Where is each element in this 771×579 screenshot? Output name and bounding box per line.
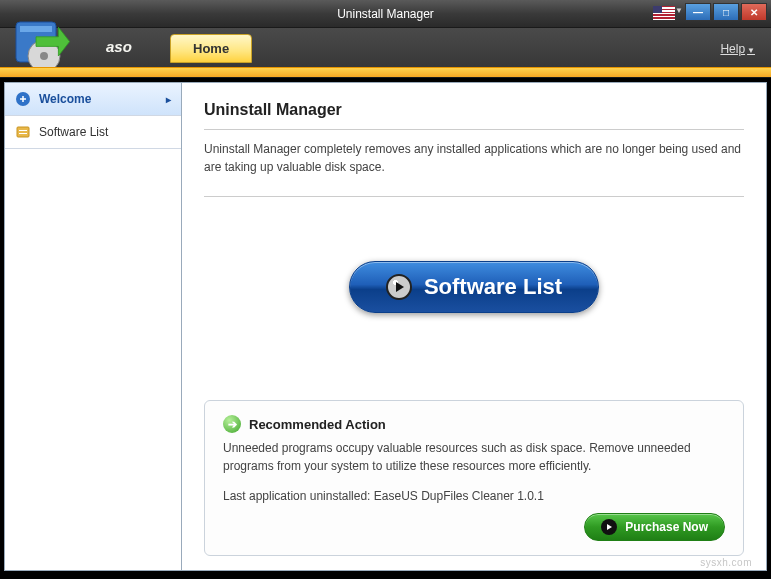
recommended-body: Unneeded programs occupy valuable resour… <box>223 439 725 475</box>
maximize-button[interactable]: □ <box>713 3 739 21</box>
svg-rect-5 <box>17 127 29 137</box>
chevron-right-icon: ▸ <box>166 94 171 105</box>
svg-rect-1 <box>20 26 52 32</box>
last-uninstalled: Last application uninstalled: EaseUS Dup… <box>223 489 725 503</box>
recommended-title: Recommended Action <box>249 417 386 432</box>
titlebar: Uninstall Manager ▼ — □ ✕ <box>0 0 771 28</box>
software-list-icon <box>15 124 31 140</box>
divider <box>204 196 744 197</box>
last-uninstalled-label: Last application uninstalled: <box>223 489 374 503</box>
software-list-button-label: Software List <box>424 274 562 300</box>
page-description: Uninstall Manager completely removes any… <box>204 140 744 176</box>
help-label: Help <box>720 42 745 56</box>
tab-bar: Home <box>170 34 252 63</box>
language-flag-icon[interactable] <box>653 6 675 20</box>
divider <box>204 129 744 130</box>
play-icon <box>601 519 617 535</box>
help-menu[interactable]: Help▼ <box>720 42 755 56</box>
minimize-button[interactable]: — <box>685 3 711 21</box>
purchase-now-label: Purchase Now <box>625 520 708 534</box>
sidebar-item-software-list[interactable]: Software List <box>5 116 181 149</box>
watermark: sysxh.com <box>700 557 752 568</box>
close-button[interactable]: ✕ <box>741 3 767 21</box>
chevron-down-icon: ▼ <box>747 46 755 55</box>
window-title: Uninstall Manager <box>337 7 434 21</box>
ribbon-strip <box>0 67 771 77</box>
page-title: Uninstall Manager <box>204 101 744 119</box>
last-uninstalled-value: EaseUS DupFiles Cleaner 1.0.1 <box>374 489 544 503</box>
main-panel: Uninstall Manager Uninstall Manager comp… <box>182 82 767 571</box>
sidebar-item-welcome[interactable]: Welcome ▸ <box>5 83 181 116</box>
hero-area: Software List <box>204 207 744 367</box>
ribbon: aso Home Help▼ <box>0 28 771 78</box>
purchase-row: Purchase Now <box>223 513 725 541</box>
app-window: Uninstall Manager ▼ — □ ✕ aso Home Help▼ <box>0 0 771 579</box>
sidebar-item-label: Software List <box>39 125 108 139</box>
svg-rect-6 <box>19 130 27 131</box>
sidebar: Welcome ▸ Software List <box>4 82 182 571</box>
arrow-circle-icon <box>223 415 241 433</box>
svg-rect-7 <box>19 133 27 134</box>
window-controls: — □ ✕ <box>685 3 767 21</box>
software-list-button[interactable]: Software List <box>349 261 599 313</box>
svg-point-3 <box>40 52 48 60</box>
purchase-now-button[interactable]: Purchase Now <box>584 513 725 541</box>
body: Welcome ▸ Software List Uninstall Manage… <box>0 78 771 579</box>
tab-home[interactable]: Home <box>170 34 252 63</box>
language-dropdown-icon[interactable]: ▼ <box>675 6 683 15</box>
sidebar-item-label: Welcome <box>39 92 91 106</box>
brand-label: aso <box>106 38 132 55</box>
recommended-header: Recommended Action <box>223 415 725 433</box>
welcome-icon <box>15 91 31 107</box>
play-icon <box>386 274 412 300</box>
recommended-action-panel: Recommended Action Unneeded programs occ… <box>204 400 744 556</box>
